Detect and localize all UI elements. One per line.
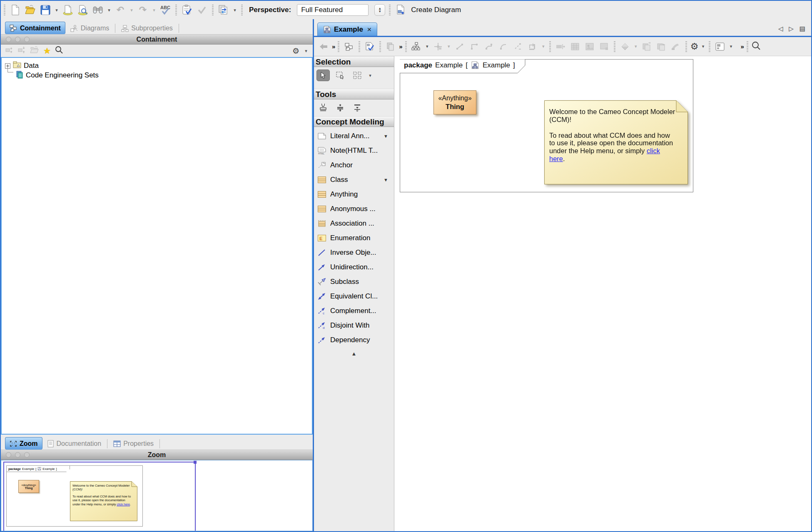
distribute-vertical-button[interactable]	[334, 102, 347, 114]
print-icon[interactable]	[62, 4, 74, 16]
find-icon[interactable]	[92, 4, 104, 16]
palette-item-inverse-object-property[interactable]: Inverse Obje...	[314, 245, 394, 260]
chevron-down-icon[interactable]: ▼	[384, 177, 388, 182]
paste-format-icon	[655, 40, 668, 53]
create-diagram-icon[interactable]	[394, 4, 407, 16]
settings-dropdown-icon[interactable]: ▾	[700, 44, 705, 49]
welcome-note[interactable]: Welcome to the Cameo Concept Modeler (CC…	[544, 100, 688, 184]
palette-item-anything[interactable]: Anything	[314, 187, 394, 201]
compress-vertical-button[interactable]	[351, 102, 364, 114]
palette-item-disjoint-with[interactable]: d Disjoint With	[314, 318, 394, 333]
layout-dropdown-icon[interactable]: ▾	[425, 44, 430, 49]
palette-item-association-class[interactable]: Association ...	[314, 216, 394, 231]
tab-subproperties[interactable]: Subproperties	[117, 22, 177, 34]
stamp-tool-button[interactable]	[316, 102, 330, 114]
import-dropdown-icon[interactable]: ▾	[232, 7, 237, 13]
subclass-arrow-icon	[317, 278, 326, 286]
mini-frame-header: package Example [ Example ]	[7, 466, 70, 472]
new-project-icon[interactable]	[9, 4, 22, 16]
toolbar-grip	[359, 41, 360, 52]
save-icon[interactable]	[39, 4, 52, 16]
zoom-panel: Zoom package Example [ Examp	[1, 450, 313, 531]
palette-item-class[interactable]: Class ▼	[314, 172, 394, 187]
equivalent-arrow-icon	[317, 293, 326, 300]
mini-click-here-link[interactable]: click here	[117, 502, 130, 506]
tab-containment[interactable]: Containment	[5, 22, 65, 34]
tab-diagrams[interactable]: Diagrams	[66, 22, 113, 34]
tab-zoom[interactable]: Zoom	[5, 437, 42, 450]
anything-thing-node[interactable]: «Anything» Thing	[433, 90, 476, 114]
tab-documentation[interactable]: Documentation	[43, 438, 106, 450]
close-tab-icon[interactable]: ✕	[367, 26, 372, 33]
tree-item-code-engineering-sets[interactable]: Code Engineering Sets	[16, 70, 99, 81]
diagram-area: Example ✕ ◁ ▷ ▤ »	[314, 19, 811, 531]
palette-collapse-icon[interactable]: ▲	[314, 351, 394, 357]
show-containment-icon[interactable]	[343, 40, 355, 53]
save-dropdown-icon[interactable]: ▾	[54, 7, 59, 13]
next-tab-icon[interactable]: ▷	[789, 25, 794, 32]
favorites-icon[interactable]: ★	[43, 46, 51, 56]
perspective-select[interactable]: Full Featured	[297, 4, 369, 16]
panel-settings-dropdown-icon[interactable]: ▾	[304, 48, 309, 54]
marquee-select-button[interactable]	[334, 70, 347, 81]
tab-example-diagram[interactable]: Example ✕	[317, 22, 377, 36]
palette-item-subclass[interactable]: Subclass	[314, 274, 394, 289]
search-icon[interactable]	[55, 46, 63, 56]
tab-list-icon[interactable]: ▤	[800, 25, 805, 32]
spelling-icon[interactable]: ABC	[159, 4, 172, 16]
palette-item-note-html[interactable]: HTML Note(HTML T...	[314, 143, 394, 158]
viewport-handle[interactable]	[194, 461, 197, 464]
browser-tabs: Containment Diagrams Subproperties	[1, 19, 313, 34]
perspective-stepper[interactable]: ▲▼	[374, 4, 385, 16]
palette-item-label: Note(HTML T...	[330, 147, 378, 155]
prev-tab-icon[interactable]: ◁	[778, 25, 783, 32]
overflow-icon[interactable]: »	[399, 43, 401, 50]
diagram-toolbar: » »	[314, 37, 811, 56]
palette-item-equivalent-class[interactable]: Equivalent Cl...	[314, 289, 394, 303]
check-disabled-icon	[196, 4, 208, 16]
panel-settings-icon[interactable]: ⚙	[292, 46, 299, 56]
overflow-icon[interactable]: »	[740, 43, 743, 50]
create-diagram-button[interactable]: Create Diagram	[411, 6, 461, 14]
mini-note-text: Welcome to the Cameo Concept Modeler (CC…	[72, 484, 134, 506]
import-export-icon[interactable]	[217, 4, 230, 16]
tab-properties[interactable]: Properties	[109, 438, 158, 450]
window-layout-icon[interactable]	[714, 40, 726, 53]
containment-panel: Containment ★	[1, 34, 313, 435]
diagram-settings-icon[interactable]: ⚙	[690, 41, 699, 52]
layout-hierarchy-icon[interactable]	[410, 40, 423, 53]
tab-navigation: ◁ ▷ ▤	[778, 25, 805, 32]
palette-item-literal-annotation[interactable]: Literal Ann... ▼	[314, 129, 394, 143]
palette-section-tools: Tools	[314, 89, 394, 99]
palette-item-dependency[interactable]: Dependency	[314, 333, 394, 347]
diagram-canvas[interactable]: package Example [ Example ] «Anything»	[394, 56, 811, 531]
palette-item-anchor[interactable]: Anchor	[314, 158, 394, 172]
print-preview-icon[interactable]	[77, 4, 89, 16]
palette-item-enumeration[interactable]: E Enumeration	[314, 231, 394, 245]
open-project-icon[interactable]	[24, 4, 37, 16]
palette-item-anonymous[interactable]: Anonymous ...	[314, 201, 394, 216]
validate-diagram-icon[interactable]	[364, 40, 376, 53]
frame-header: package Example [ Example ]	[400, 59, 526, 73]
package-frame[interactable]: package Example [ Example ] «Anything»	[400, 59, 693, 192]
select-tool-button[interactable]	[316, 70, 330, 81]
selection-dropdown-icon[interactable]: ▾	[368, 73, 373, 78]
palette-item-unidirectional[interactable]: Unidirection...	[314, 260, 394, 274]
overflow-icon[interactable]: »	[332, 43, 334, 50]
slide-icon	[598, 40, 610, 53]
toolbar-grip	[338, 41, 339, 52]
toolbar-grip	[212, 5, 214, 15]
copy-icon	[384, 40, 397, 53]
containment-tree[interactable]: Data Code Engineering Sets	[1, 57, 313, 435]
find-dropdown-icon[interactable]: ▾	[107, 7, 112, 13]
validation-icon[interactable]	[181, 4, 193, 16]
zoom-search-icon[interactable]	[752, 41, 761, 52]
diagram-palette: Selection ▾	[314, 56, 394, 531]
palette-item-complement-of[interactable]: c Complement...	[314, 303, 394, 318]
undo-icon: ↶	[114, 4, 127, 16]
window-layout-dropdown-icon[interactable]: ▾	[728, 44, 733, 49]
multi-select-button[interactable]	[351, 70, 364, 81]
zoom-preview[interactable]: package Example [ Example ] «Anything» T…	[1, 460, 313, 531]
chevron-down-icon[interactable]: ▼	[384, 134, 388, 139]
toolbar-grip	[175, 5, 177, 15]
